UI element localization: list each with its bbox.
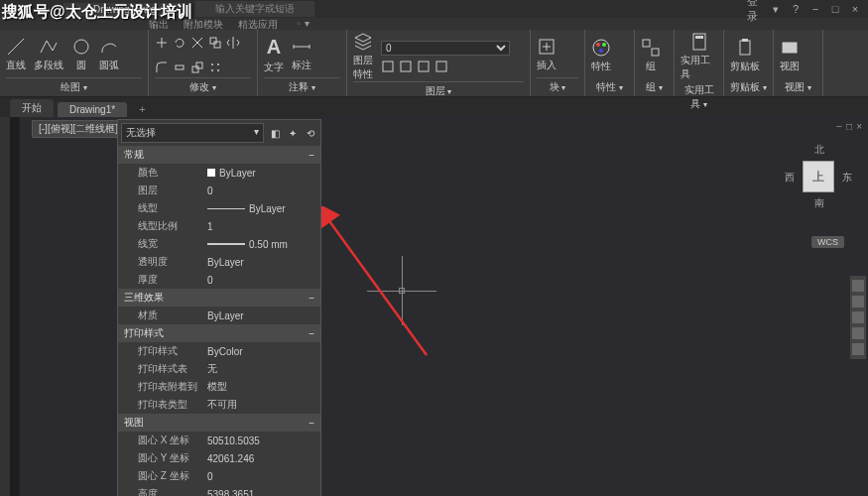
- canvas-close-icon[interactable]: ×: [856, 121, 862, 132]
- ribbon-label-block[interactable]: 块: [537, 77, 578, 94]
- property-row[interactable]: 厚度0: [118, 271, 320, 289]
- layer-dropdown[interactable]: 0: [381, 41, 510, 56]
- minimize-icon[interactable]: −: [806, 2, 824, 16]
- ribbon-label-clipboard[interactable]: 剪贴板: [730, 78, 767, 94]
- ribbon-label-modify[interactable]: 修改: [155, 77, 251, 94]
- tab-add-button[interactable]: +: [131, 101, 153, 117]
- tool-circle[interactable]: 圆: [71, 37, 91, 72]
- property-section-header[interactable]: 三维效果−: [118, 289, 320, 307]
- panel-tool-icon[interactable]: ◧: [268, 126, 282, 140]
- ribbon-label-properties[interactable]: 特性: [591, 78, 628, 94]
- viewcube-west[interactable]: 西: [785, 171, 795, 185]
- property-row[interactable]: 图层0: [118, 182, 320, 199]
- tool-layer-props[interactable]: 图层 特性: [353, 32, 373, 81]
- dropdown-icon[interactable]: ▾: [767, 2, 785, 16]
- layer-tool-icon[interactable]: [399, 60, 413, 73]
- property-value: ByLayer: [249, 203, 286, 214]
- property-row[interactable]: 线型比例1: [118, 217, 320, 235]
- rotate-icon[interactable]: [173, 36, 186, 50]
- ribbon-group-layers: 图层 特性 0 图层: [347, 30, 531, 96]
- tool-group[interactable]: 组: [641, 38, 661, 73]
- nav-tool[interactable]: [852, 311, 864, 323]
- close-icon[interactable]: ×: [846, 2, 864, 16]
- canvas-restore-icon[interactable]: □: [846, 121, 852, 132]
- property-row[interactable]: 打印样式表无: [118, 360, 320, 378]
- help-icon[interactable]: ?: [787, 2, 805, 16]
- tab-drawing1[interactable]: Drawing1*: [58, 102, 127, 117]
- property-row[interactable]: 打印表附着到模型: [118, 378, 320, 396]
- mirror-icon[interactable]: [226, 36, 240, 50]
- tool-properties[interactable]: 特性: [591, 38, 611, 73]
- ribbon-label-draw[interactable]: 绘图: [6, 77, 142, 94]
- lineweight-sample: [207, 243, 245, 245]
- menu-featured[interactable]: 精选应用: [238, 18, 278, 30]
- tool-utilities[interactable]: 实用工具: [681, 32, 717, 81]
- ribbon-group-groups: 组 组: [635, 30, 675, 96]
- tool-clipboard[interactable]: 剪贴板: [730, 38, 760, 73]
- property-section-header[interactable]: 常规−: [118, 146, 320, 164]
- copy-icon[interactable]: [208, 36, 222, 50]
- property-row[interactable]: 材质ByLayer: [118, 307, 320, 324]
- viewcube-east[interactable]: 东: [842, 171, 852, 185]
- ribbon-label-annotate[interactable]: 注释: [264, 77, 340, 94]
- fillet-icon[interactable]: [155, 61, 169, 74]
- scale-icon[interactable]: [190, 61, 204, 74]
- tool-dimension[interactable]: 标注: [292, 37, 311, 72]
- property-row[interactable]: 颜色ByLayer: [118, 164, 320, 182]
- svg-point-18: [602, 43, 606, 47]
- property-label: 线型比例: [118, 219, 207, 233]
- move-icon[interactable]: [155, 36, 169, 50]
- viewcube-north[interactable]: 北: [814, 143, 824, 157]
- tool-text[interactable]: A文字: [264, 36, 284, 74]
- property-row[interactable]: 线宽0.50 mm: [118, 235, 320, 253]
- viewcube[interactable]: 北 南 东 西 上: [789, 147, 848, 206]
- property-row[interactable]: 圆心 X 坐标50510.5035: [118, 432, 320, 449]
- tab-start[interactable]: 开始: [10, 99, 54, 117]
- stretch-icon[interactable]: [173, 61, 186, 74]
- tool-insert[interactable]: 插入: [537, 37, 557, 72]
- ribbon-label-groups[interactable]: 组: [641, 78, 668, 94]
- array-icon[interactable]: [208, 61, 222, 74]
- ribbon-group-properties: 特性 特性: [585, 30, 635, 96]
- login-button[interactable]: 登录: [747, 2, 765, 16]
- viewcube-top[interactable]: 上: [803, 161, 834, 192]
- maximize-icon[interactable]: □: [826, 2, 844, 16]
- viewcube-south[interactable]: 南: [814, 196, 824, 210]
- canvas-minimize-icon[interactable]: −: [836, 121, 842, 132]
- tool-line[interactable]: 直线: [6, 37, 26, 72]
- layer-tool-icon[interactable]: [381, 60, 395, 73]
- property-row[interactable]: 圆心 Y 坐标42061.246: [118, 449, 320, 467]
- ribbon-label-utils[interactable]: 实用工具: [681, 81, 717, 111]
- panel-tool-icon[interactable]: ⟲: [304, 126, 317, 140]
- tool-view[interactable]: 视图: [780, 38, 800, 73]
- wcs-indicator[interactable]: WCS: [811, 236, 844, 248]
- property-section-header[interactable]: 视图−: [118, 414, 320, 432]
- ribbon-group-utils: 实用工具 实用工具: [675, 30, 724, 96]
- property-row[interactable]: 打印样式ByColor: [118, 342, 320, 360]
- tool-arc[interactable]: 圆弧: [99, 37, 119, 72]
- property-row[interactable]: 打印表类型不可用: [118, 396, 320, 414]
- layer-tool-icon[interactable]: [417, 60, 431, 73]
- nav-tool[interactable]: [852, 280, 864, 292]
- panel-tool-icon[interactable]: ✦: [286, 126, 300, 140]
- trim-icon[interactable]: [190, 36, 204, 50]
- nav-tool[interactable]: [852, 327, 864, 339]
- ribbon-label-layers[interactable]: 图层: [353, 81, 524, 98]
- menu-more-icon[interactable]: ▪️▾: [293, 18, 310, 30]
- layer-tool-icon[interactable]: [434, 60, 448, 73]
- panel-close-icon[interactable]: ×: [108, 122, 114, 133]
- property-row[interactable]: 透明度ByLayer: [118, 253, 320, 271]
- search-input[interactable]: 输入关键字或短语: [195, 1, 314, 17]
- property-row[interactable]: 圆心 Z 坐标0: [118, 467, 320, 485]
- ribbon-label-view[interactable]: 视图: [780, 78, 816, 94]
- property-label: 打印表附着到: [118, 380, 207, 394]
- property-row[interactable]: 高度5398.3651: [118, 485, 320, 496]
- nav-tool[interactable]: [852, 296, 864, 308]
- selection-dropdown[interactable]: 无选择 ▾: [121, 123, 264, 143]
- property-row[interactable]: 线型ByLayer: [118, 199, 320, 217]
- property-value: 1: [207, 221, 213, 232]
- property-section-header[interactable]: 打印样式−: [118, 324, 320, 342]
- nav-tool[interactable]: [852, 343, 864, 355]
- ribbon-group-clipboard: 剪贴板 剪贴板: [724, 30, 774, 96]
- tool-polyline[interactable]: 多段线: [34, 37, 63, 72]
